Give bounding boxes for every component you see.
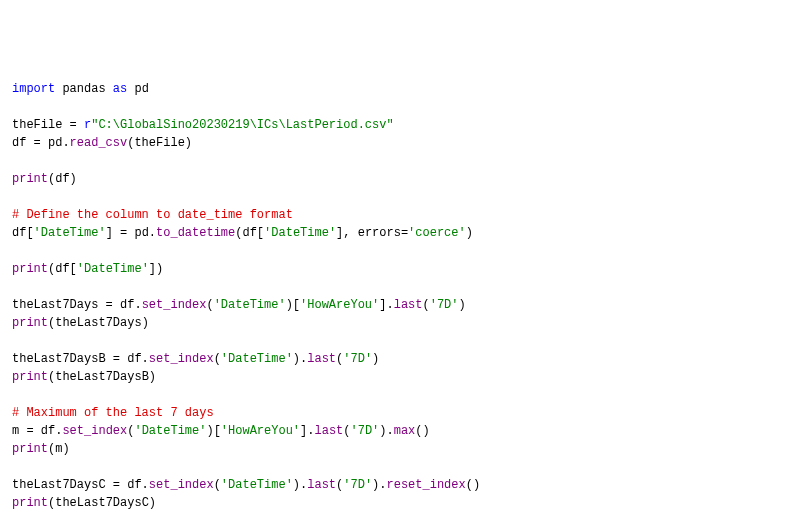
code-token: (df[	[48, 262, 77, 276]
code-token: )	[466, 226, 473, 240]
code-token: ).	[293, 478, 307, 492]
code-token: (df)	[48, 172, 77, 186]
code-line: print(df)	[12, 170, 774, 188]
code-token: read_csv	[70, 136, 128, 150]
code-token: (	[343, 424, 350, 438]
code-token: (	[423, 298, 430, 312]
code-token: reset_index	[387, 478, 466, 492]
code-token: 'DateTime'	[34, 226, 106, 240]
code-token: 'DateTime'	[214, 298, 286, 312]
code-token: ] = pd.	[106, 226, 156, 240]
code-line	[12, 152, 774, 170]
code-token: (	[214, 352, 221, 366]
code-line	[12, 188, 774, 206]
code-token: ].	[300, 424, 314, 438]
code-token: 'HowAreYou'	[300, 298, 379, 312]
code-token: )	[372, 352, 379, 366]
code-token: (theFile)	[127, 136, 192, 150]
code-token: pd	[127, 82, 149, 96]
code-block: import pandas as pd theFile = r"C:\Globa…	[12, 80, 774, 515]
code-line: m = df.set_index('DateTime')['HowAreYou'…	[12, 422, 774, 440]
code-line	[12, 242, 774, 260]
code-token: ()	[466, 478, 480, 492]
code-token: pandas	[55, 82, 113, 96]
code-token: 'DateTime'	[221, 478, 293, 492]
code-token: as	[113, 82, 127, 96]
code-token: )[	[206, 424, 220, 438]
code-token: ])	[149, 262, 163, 276]
code-token: print	[12, 496, 48, 510]
code-token: import	[12, 82, 55, 96]
code-token: (theLast7DaysB)	[48, 370, 156, 384]
code-token: ], errors=	[336, 226, 408, 240]
code-line	[12, 386, 774, 404]
code-token: (	[214, 478, 221, 492]
code-token: (df[	[235, 226, 264, 240]
code-token: last	[394, 298, 423, 312]
code-token: ).	[293, 352, 307, 366]
code-token: 'HowAreYou'	[221, 424, 300, 438]
code-token: to_datetime	[156, 226, 235, 240]
code-token: '7D'	[343, 352, 372, 366]
code-line: theLast7DaysB = df.set_index('DateTime')…	[12, 350, 774, 368]
code-token: (theLast7Days)	[48, 316, 149, 330]
code-token: '7D'	[351, 424, 380, 438]
code-token: df = pd.	[12, 136, 70, 150]
code-token: (	[206, 298, 213, 312]
code-line: print(theLast7Days)	[12, 314, 774, 332]
code-line	[12, 332, 774, 350]
code-line	[12, 98, 774, 116]
code-token: ).	[372, 478, 386, 492]
code-line	[12, 458, 774, 476]
code-token: # Define the column to date_time format	[12, 208, 293, 222]
code-token: set_index	[142, 298, 207, 312]
code-token: theLast7Days = df.	[12, 298, 142, 312]
code-token: print	[12, 316, 48, 330]
code-token: theFile =	[12, 118, 84, 132]
code-line: df['DateTime'] = pd.to_datetime(df['Date…	[12, 224, 774, 242]
code-token: df[	[12, 226, 34, 240]
code-token: "C:\GlobalSino20230219\ICs\LastPeriod.cs…	[91, 118, 393, 132]
code-token: 'DateTime'	[77, 262, 149, 276]
code-token: m = df.	[12, 424, 62, 438]
code-token: set_index	[149, 478, 214, 492]
code-token: '7D'	[430, 298, 459, 312]
code-line: # Define the column to date_time format	[12, 206, 774, 224]
code-line: import pandas as pd	[12, 80, 774, 98]
code-line: theLast7DaysC = df.set_index('DateTime')…	[12, 476, 774, 494]
code-token: last	[307, 478, 336, 492]
code-token: 'DateTime'	[134, 424, 206, 438]
code-token: max	[394, 424, 416, 438]
code-line: df = pd.read_csv(theFile)	[12, 134, 774, 152]
code-token: ).	[379, 424, 393, 438]
code-token: print	[12, 370, 48, 384]
code-token: last	[307, 352, 336, 366]
code-token: ()	[415, 424, 429, 438]
code-token: )	[459, 298, 466, 312]
code-token: ].	[379, 298, 393, 312]
code-token: 'coerce'	[408, 226, 466, 240]
code-line: theLast7Days = df.set_index('DateTime')[…	[12, 296, 774, 314]
code-token: (theLast7DaysC)	[48, 496, 156, 510]
code-token: theLast7DaysC = df.	[12, 478, 149, 492]
code-token: 'DateTime'	[221, 352, 293, 366]
code-token: theLast7DaysB = df.	[12, 352, 149, 366]
code-token: last	[314, 424, 343, 438]
code-line: print(theLast7DaysB)	[12, 368, 774, 386]
code-token: set_index	[62, 424, 127, 438]
code-token: set_index	[149, 352, 214, 366]
code-token: )[	[286, 298, 300, 312]
code-token: print	[12, 172, 48, 186]
code-line: theFile = r"C:\GlobalSino20230219\ICs\La…	[12, 116, 774, 134]
code-token: (m)	[48, 442, 70, 456]
code-token: # Maximum of the last 7 days	[12, 406, 214, 420]
code-line: print(m)	[12, 440, 774, 458]
code-token: print	[12, 262, 48, 276]
code-token: '7D'	[343, 478, 372, 492]
code-line: # Maximum of the last 7 days	[12, 404, 774, 422]
code-token: print	[12, 442, 48, 456]
code-line: print(theLast7DaysC)	[12, 494, 774, 512]
code-line	[12, 278, 774, 296]
code-token: 'DateTime'	[264, 226, 336, 240]
code-line: print(df['DateTime'])	[12, 260, 774, 278]
